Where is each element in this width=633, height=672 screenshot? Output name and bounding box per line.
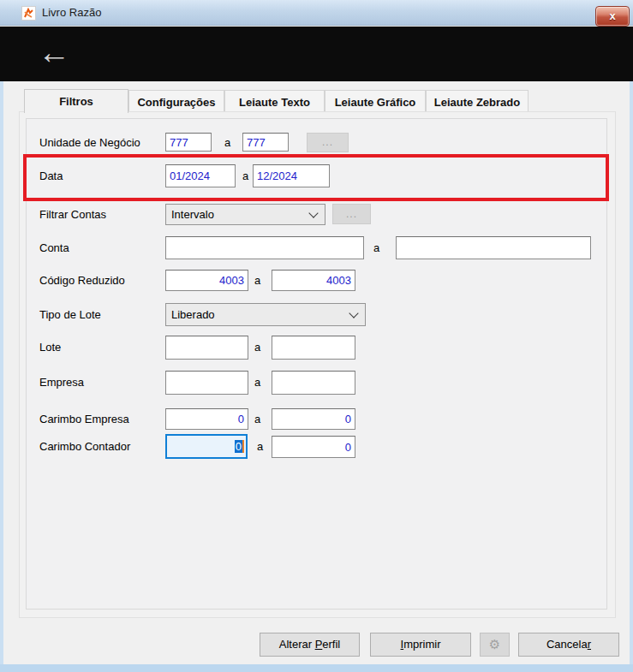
range-separator: a (257, 434, 263, 459)
row-empresa: Empresa a (0, 371, 633, 395)
tab-leiaute-zebrado[interactable]: Leiaute Zebrado (426, 90, 528, 112)
row-filtrar-contas: Filtrar Contas Intervalo ... (0, 204, 633, 225)
alterar-perfil-button[interactable]: Alterar Perfil (260, 633, 360, 657)
row-carimbo-empresa: Carimbo Empresa a (0, 408, 633, 430)
app-icon (21, 6, 36, 21)
cancelar-button[interactable]: Cancelar (518, 633, 619, 657)
tab-leiaute-texto[interactable]: Leiaute Texto (224, 90, 325, 112)
title-bar: Livro Razão x (0, 0, 633, 26)
window-border-bottom (0, 664, 633, 672)
field-label: Unidade de Negócio (39, 133, 140, 152)
range-separator: a (373, 236, 379, 259)
conta-to-input[interactable] (396, 236, 591, 259)
range-separator: a (254, 270, 260, 291)
row-data: Data a (0, 164, 633, 187)
chevron-down-icon (308, 208, 318, 217)
row-unidade-de-negocio: Unidade de Negócio a ... (0, 133, 633, 152)
field-label: Carimbo Contador (39, 434, 130, 459)
field-label: Conta (39, 236, 69, 259)
text-caret (242, 440, 244, 453)
row-tipo-de-lote: Tipo de Lote Liberado (0, 303, 633, 326)
field-label: Código Reduzido (39, 270, 125, 291)
chevron-down-icon (349, 308, 358, 318)
lote-to-input[interactable] (272, 336, 355, 360)
carimbo-contador-to-input[interactable] (272, 436, 355, 458)
range-separator: a (224, 133, 230, 152)
field-label: Filtrar Contas (39, 204, 106, 225)
range-separator: a (242, 164, 248, 187)
tab-leiaute-grafico[interactable]: Leiaute Gráfico (325, 90, 426, 112)
data-to-input[interactable] (253, 164, 330, 187)
empresa-from-input[interactable] (165, 371, 248, 395)
imprimir-button[interactable]: Imprimir (370, 633, 471, 657)
range-separator: a (254, 371, 260, 395)
unidade-negocio-from-input[interactable] (165, 133, 212, 152)
toolbar: ← (0, 27, 633, 81)
data-from-input[interactable] (165, 164, 236, 187)
back-arrow-icon[interactable]: ← (38, 33, 70, 71)
field-label: Lote (39, 336, 61, 360)
tab-configuracoes[interactable]: Configurações (128, 90, 224, 112)
filtrar-contas-browse-button[interactable]: ... (332, 204, 371, 224)
carimbo-empresa-from-input[interactable] (165, 408, 248, 430)
row-lote: Lote a (0, 336, 633, 360)
field-label: Tipo de Lote (39, 303, 101, 326)
range-separator: a (254, 408, 260, 430)
close-button[interactable]: x (595, 6, 630, 27)
codigo-reduzido-from-input[interactable] (165, 270, 248, 291)
carimbo-empresa-to-input[interactable] (272, 408, 355, 430)
tipo-de-lote-select[interactable]: Liberado (165, 303, 366, 326)
filtrar-contas-select[interactable]: Intervalo (165, 204, 325, 225)
gear-icon: ⚙ (489, 637, 500, 651)
gear-button[interactable]: ⚙ (480, 633, 510, 657)
window-title: Livro Razão (42, 6, 101, 19)
field-label: Data (39, 164, 63, 187)
carimbo-contador-from-input[interactable]: 0 (165, 434, 248, 459)
unidade-negocio-to-input[interactable] (242, 133, 289, 152)
row-carimbo-contador: Carimbo Contador 0 a (0, 434, 633, 459)
field-label: Carimbo Empresa (39, 408, 129, 430)
conta-from-input[interactable] (165, 236, 364, 259)
dialog-livro-razao: Livro Razão x ← Filtros Configurações Le… (0, 0, 633, 672)
row-codigo-reduzido: Código Reduzido a (0, 270, 633, 291)
lote-from-input[interactable] (165, 336, 248, 360)
filters-groupbox (26, 118, 607, 610)
field-label: Empresa (39, 371, 84, 395)
tipo-de-lote-value: Liberado (171, 308, 215, 321)
tab-filtros[interactable]: Filtros (24, 89, 128, 113)
unidade-negocio-browse-button[interactable]: ... (307, 133, 349, 152)
selected-text: 0 (235, 440, 242, 453)
range-separator: a (254, 336, 260, 360)
tab-strip: Filtros Configurações Leiaute Texto Leia… (24, 89, 528, 112)
empresa-to-input[interactable] (272, 371, 355, 395)
codigo-reduzido-to-input[interactable] (272, 270, 355, 291)
row-conta: Conta a (0, 236, 633, 259)
filtrar-contas-value: Intervalo (171, 208, 214, 221)
